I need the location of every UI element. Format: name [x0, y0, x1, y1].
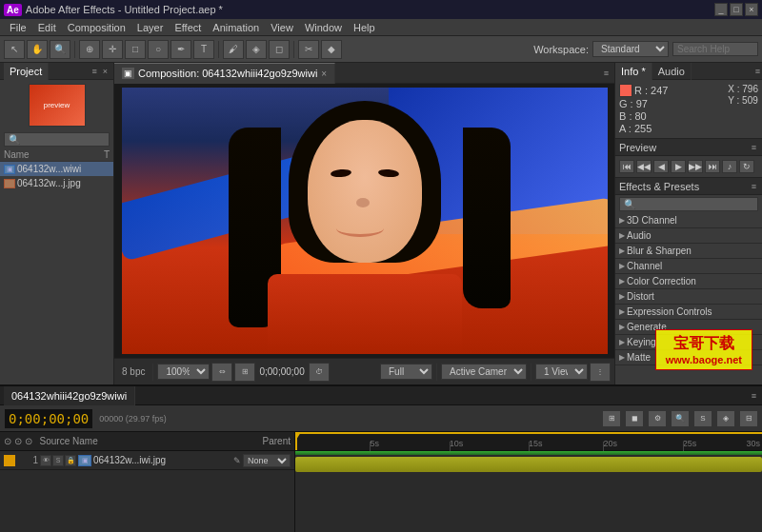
tool-zoom[interactable]: 🔍 [50, 40, 70, 59]
timeline-panel-menu[interactable]: ≡ [750, 391, 758, 401]
minimize-button[interactable]: _ [714, 3, 728, 16]
tool-puppet[interactable]: ◆ [321, 40, 342, 59]
file-name: 064132w...wiwi [17, 164, 81, 174]
search-help-input[interactable] [672, 42, 758, 56]
camera-select[interactable]: Active Camera [441, 364, 527, 380]
fit-to-comp[interactable]: ⇔ [211, 363, 232, 382]
comp-icon: ▣ [4, 165, 15, 174]
layer-type-icon: ▣ [78, 455, 91, 466]
time-remap[interactable]: ⏱ [309, 363, 330, 382]
window-controls[interactable]: _ □ × [714, 3, 758, 16]
comp-panel-menu[interactable]: ≡ [602, 69, 611, 78]
menu-layer[interactable]: Layer [131, 22, 170, 33]
toolbar: ↖ ✋ 🔍 ⊕ ✛ □ ○ ✒ T 🖌 ◈ ◻ ✂ ◆ Workspace: S… [0, 36, 762, 63]
ruler-label-10s: 10s [450, 439, 464, 448]
menu-animation[interactable]: Animation [207, 22, 265, 33]
ruler-label-5s: 5s [370, 439, 379, 448]
project-panel-menu[interactable]: ≡ [90, 67, 98, 76]
timeline-ruler: 5s 10s 15s 20s 25s 30s [295, 432, 762, 451]
tl-comp-btn[interactable]: ⊞ [602, 410, 621, 427]
tool-eraser[interactable]: ◻ [269, 40, 290, 59]
project-col-type: T [104, 149, 110, 160]
layer-options: ✎ [233, 456, 241, 465]
project-search-input[interactable] [4, 132, 110, 147]
menu-view[interactable]: View [265, 22, 299, 33]
work-area-bar [295, 432, 762, 434]
menu-file[interactable]: File [4, 22, 32, 33]
comp-tab-close-button[interactable]: × [321, 69, 327, 79]
tl-collapse-btn[interactable]: ⊟ [739, 410, 758, 427]
tool-text[interactable]: T [193, 40, 214, 59]
menu-help[interactable]: Help [348, 22, 381, 33]
prev-audio-button[interactable]: ♪ [722, 160, 737, 173]
effect-expression-controls[interactable]: ▶ Expression Controls [615, 305, 762, 320]
prev-play-button[interactable]: ▶ [671, 160, 686, 173]
menu-edit[interactable]: Edit [32, 22, 62, 33]
prev-last-button[interactable]: ⏭ [705, 160, 720, 173]
prev-step-back-button[interactable]: ◀ [653, 160, 669, 173]
layer-eye-button[interactable]: 👁 [40, 455, 51, 466]
preview-panel-menu[interactable]: ≡ [750, 143, 758, 152]
effect-audio[interactable]: ▶ Audio [615, 228, 762, 244]
effect-distort[interactable]: ▶ Distort [615, 289, 762, 305]
layer-parent-select[interactable]: None [243, 454, 291, 467]
layer-lock-button[interactable]: 🔒 [65, 455, 76, 466]
grid-toggle[interactable]: ⊞ [234, 363, 255, 382]
effects-search-input[interactable] [619, 197, 758, 211]
prev-step-forward-button[interactable]: ▶▶ [688, 160, 703, 173]
layer-solo-button[interactable]: S [52, 455, 64, 466]
image-icon [4, 179, 15, 188]
playhead[interactable] [295, 432, 297, 450]
maximize-button[interactable]: □ [730, 3, 743, 16]
close-button[interactable]: × [745, 3, 758, 16]
menu-window[interactable]: Window [299, 22, 348, 33]
tool-roto[interactable]: ✂ [298, 40, 319, 59]
tool-brush[interactable]: 🖌 [223, 40, 244, 59]
layer-bar[interactable] [295, 457, 762, 472]
tl-render-btn[interactable]: ◼ [625, 410, 644, 427]
eye-right [377, 168, 399, 178]
info-x-value: X : 796 [728, 84, 758, 94]
effect-blur-sharpen[interactable]: ▶ Blur & Sharpen [615, 244, 762, 259]
comp-tab[interactable]: ▣ Composition: 064132whiii42go9z9wiwi × [114, 63, 335, 84]
info-panel-menu[interactable]: ≡ [753, 67, 762, 76]
timeline-tabs: 064132whiii42go9z9wiwi [4, 386, 135, 405]
tool-mask-ellipse[interactable]: ○ [148, 40, 169, 59]
workspace-select[interactable]: Standard [592, 41, 669, 57]
project-tab[interactable]: Project [4, 63, 49, 80]
tl-search-btn[interactable]: 🔍 [671, 410, 690, 427]
list-item[interactable]: ▣ 064132w...wiwi [0, 162, 113, 176]
info-tab[interactable]: Info * [615, 63, 652, 80]
menu-composition[interactable]: Composition [62, 22, 131, 33]
effects-panel-menu[interactable]: ≡ [750, 182, 758, 191]
tl-solo-btn[interactable]: S [693, 410, 712, 427]
effect-color-correction[interactable]: ▶ Color Correction [615, 274, 762, 289]
tool-move[interactable]: ✛ [102, 40, 123, 59]
audio-tab[interactable]: Audio [652, 63, 692, 80]
effect-3dchannel[interactable]: ▶ 3D Channel [615, 213, 762, 228]
effect-category-label: Expression Controls [627, 306, 712, 317]
ruler-tick-5s [370, 442, 371, 451]
prev-back-button[interactable]: ◀◀ [636, 160, 652, 173]
tool-pen[interactable]: ✒ [170, 40, 191, 59]
zoom-select[interactable]: 100% [157, 364, 210, 380]
tool-stamp[interactable]: ◈ [246, 40, 267, 59]
project-panel-close[interactable]: × [101, 67, 110, 76]
expand-arrow: ▶ [619, 231, 625, 240]
tool-anchor[interactable]: ⊕ [79, 40, 100, 59]
tool-mask-rect[interactable]: □ [125, 40, 146, 59]
tool-rotate[interactable]: ✋ [27, 40, 48, 59]
tl-add-marker[interactable]: ◈ [716, 410, 735, 427]
resolution-select[interactable]: Full [380, 364, 432, 380]
effect-channel[interactable]: ▶ Channel [615, 259, 762, 274]
watermark-line1: 宝哥下载 [673, 335, 734, 351]
view-select[interactable]: 1 View [535, 364, 588, 380]
tool-select[interactable]: ↖ [4, 40, 25, 59]
timeline-tab[interactable]: 064132whiii42go9z9wiwi [4, 386, 135, 405]
prev-first-button[interactable]: ⏮ [619, 160, 634, 173]
tl-settings-btn[interactable]: ⚙ [648, 410, 667, 427]
list-item[interactable]: 064132w...j.jpg [0, 176, 113, 190]
menu-effect[interactable]: Effect [169, 22, 207, 33]
viewer-options[interactable]: ⋮ [590, 363, 611, 382]
prev-loop-button[interactable]: ↻ [739, 160, 754, 173]
